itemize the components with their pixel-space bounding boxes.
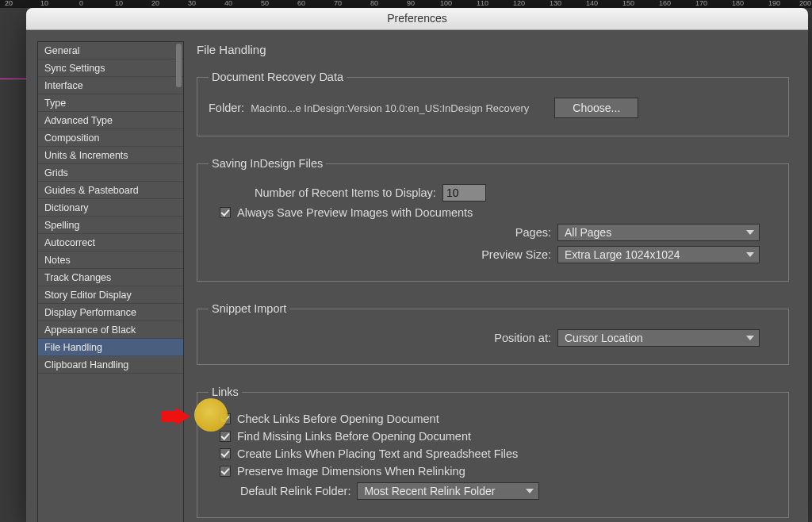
preferences-main: File Handling Document Recovery Data Fol…: [195, 41, 797, 522]
position-label: Position at:: [345, 332, 551, 344]
preview-size-select[interactable]: Extra Large 1024x1024: [557, 246, 760, 263]
choose-button[interactable]: Choose...: [554, 98, 638, 118]
preferences-sidebar: General Sync Settings Interface Type Adv…: [37, 41, 184, 522]
group-snippet: Snippet Import Position at: Cursor Locat…: [197, 302, 789, 365]
sidebar-item-notes[interactable]: Notes: [38, 251, 183, 269]
chevron-down-icon: [526, 489, 534, 493]
sidebar-item-sync-settings[interactable]: Sync Settings: [38, 59, 183, 77]
sidebar-item-label: Spelling: [44, 220, 79, 231]
group-legend: Links: [209, 386, 242, 398]
select-value: Most Recent Relink Folder: [364, 485, 495, 497]
group-links: Links Check Links Before Opening Documen…: [197, 386, 789, 518]
sidebar-item-file-handling[interactable]: File Handling: [38, 339, 183, 356]
sidebar-item-label: Autocorrect: [44, 237, 95, 248]
sidebar-item-appearance-black[interactable]: Appearance of Black: [38, 321, 183, 339]
sidebar-item-label: Units & Increments: [44, 150, 128, 161]
chevron-down-icon: [746, 230, 754, 235]
preview-images-checkbox[interactable]: [220, 207, 231, 218]
sidebar-item-label: Appearance of Black: [44, 324, 136, 336]
sidebar-item-label: Dictionary: [44, 202, 89, 213]
preserve-dims-label: Preserve Image Dimensions When Relinking: [237, 465, 465, 478]
group-legend: Saving InDesign Files: [209, 157, 326, 170]
sidebar-item-label: Sync Settings: [44, 63, 105, 74]
sidebar-item-label: Grids: [44, 167, 68, 178]
sidebar-item-interface[interactable]: Interface: [38, 77, 183, 94]
group-saving: Saving InDesign Files Number of Recent I…: [197, 157, 789, 282]
sidebar-item-label: Clipboard Handling: [44, 359, 128, 370]
sidebar-item-guides[interactable]: Guides & Pasteboard: [38, 182, 183, 199]
button-label: Choose...: [573, 102, 620, 114]
sidebar-item-label: Advanced Type: [44, 115, 113, 126]
folder-label: Folder:: [209, 102, 244, 114]
pages-label: Pages:: [345, 226, 551, 239]
find-missing-checkbox[interactable]: [220, 431, 231, 442]
group-legend: Snippet Import: [209, 302, 289, 315]
check-links-checkbox[interactable]: [220, 413, 231, 424]
group-legend: Document Recovery Data: [209, 71, 347, 83]
guide-line: [0, 79, 26, 79]
relink-folder-label: Default Relink Folder:: [240, 485, 350, 497]
preserve-dims-checkbox[interactable]: [220, 466, 231, 477]
sidebar-item-label: Display Performance: [44, 307, 136, 318]
sidebar-item-label: Interface: [44, 80, 83, 91]
dialog-title: Preferences: [387, 12, 446, 25]
sidebar-item-clipboard[interactable]: Clipboard Handling: [38, 356, 183, 374]
sidebar-item-spelling[interactable]: Spelling: [38, 217, 183, 234]
preview-images-label: Always Save Preview Images with Document…: [237, 206, 473, 219]
sidebar-item-autocorrect[interactable]: Autocorrect: [38, 234, 183, 251]
scrollbar-thumb[interactable]: [176, 44, 182, 87]
sidebar-item-dictionary[interactable]: Dictionary: [38, 199, 183, 217]
recent-items-label: Number of Recent Items to Display:: [255, 186, 436, 199]
create-links-label: Create Links When Placing Text and Sprea…: [237, 447, 518, 460]
check-links-label: Check Links Before Opening Document: [237, 413, 439, 425]
chevron-down-icon: [746, 252, 754, 257]
recent-items-input[interactable]: [442, 184, 486, 202]
sidebar-item-type[interactable]: Type: [38, 94, 183, 112]
recovery-folder-path: Macinto...e InDesign:Version 10.0:en_US:…: [251, 102, 529, 114]
ruler: 20 10 0 10 20 30 40 50 60 70 80 90 100 1…: [0, 0, 812, 8]
sidebar-item-label: Track Changes: [44, 272, 111, 283]
pages-select[interactable]: All Pages: [557, 224, 760, 241]
page-heading: File Handling: [197, 43, 789, 56]
group-recovery: Document Recovery Data Folder: Macinto..…: [197, 71, 789, 136]
sidebar-item-label: Composition: [44, 132, 99, 144]
sidebar-item-composition[interactable]: Composition: [38, 129, 183, 147]
sidebar-item-label: Type: [44, 98, 66, 109]
sidebar-item-label: Guides & Pasteboard: [44, 185, 139, 196]
sidebar-item-display-perf[interactable]: Display Performance: [38, 304, 183, 321]
sidebar-item-label: File Handling: [44, 342, 102, 353]
sidebar-item-grids[interactable]: Grids: [38, 164, 183, 182]
select-value: Cursor Location: [565, 332, 643, 344]
sidebar-item-track-changes[interactable]: Track Changes: [38, 269, 183, 286]
create-links-checkbox[interactable]: [220, 448, 231, 459]
preferences-dialog: Preferences General Sync Settings Interf…: [26, 8, 808, 522]
sidebar-item-label: General: [44, 45, 79, 56]
sidebar-item-advanced-type[interactable]: Advanced Type: [38, 112, 183, 129]
relink-folder-select[interactable]: Most Recent Relink Folder: [357, 482, 539, 500]
chevron-down-icon: [746, 336, 754, 340]
position-select[interactable]: Cursor Location: [557, 329, 760, 347]
sidebar-item-label: Story Editor Display: [44, 290, 132, 301]
sidebar-item-story-editor[interactable]: Story Editor Display: [38, 286, 183, 304]
dialog-titlebar: Preferences: [26, 8, 808, 30]
sidebar-item-label: Notes: [44, 255, 71, 266]
preview-size-label: Preview Size:: [345, 248, 551, 261]
sidebar-item-units[interactable]: Units & Increments: [38, 147, 183, 164]
select-value: All Pages: [565, 226, 611, 239]
find-missing-label: Find Missing Links Before Opening Docume…: [237, 430, 471, 443]
select-value: Extra Large 1024x1024: [565, 248, 680, 261]
sidebar-item-general[interactable]: General: [38, 42, 183, 59]
